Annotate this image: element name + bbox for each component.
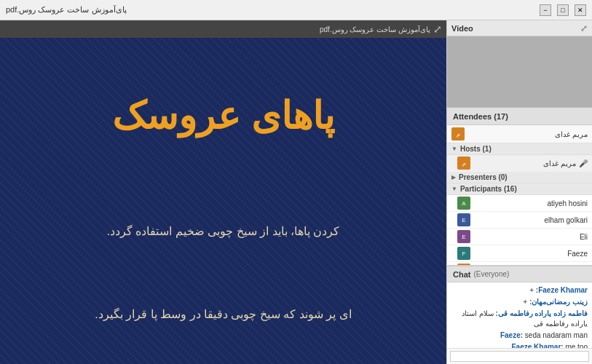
right-panel: Video ⤢ Attendees (17) م مریم غدای ▼ Hos…	[446, 20, 592, 364]
pinned-attendee: م مریم غدای	[447, 125, 592, 143]
participant-name: Eli	[473, 233, 588, 241]
participants-list: A atiyeh hosini E elham golkari E Eli F …	[447, 195, 592, 265]
chat-message: Faeze: seda nadaram man	[451, 331, 588, 341]
chat-section: Chat (Everyone) Faeze Khamar: + زینب رمض…	[447, 266, 592, 364]
participants-group-header[interactable]: ▼ Participants (16)	[447, 183, 592, 195]
chat-text: seda nadaram man	[525, 331, 588, 339]
chat-text: +	[523, 298, 527, 306]
host-avatar: م	[457, 157, 470, 170]
presenters-arrow-icon: ▶	[451, 174, 456, 181]
chat-label: Chat	[453, 270, 470, 279]
chat-text: +	[529, 286, 534, 294]
chat-text: me too	[565, 343, 588, 348]
video-label: Video	[451, 24, 473, 33]
pdf-text-line2: ای پر شوند که سیخ چوبی دقیقا در وسط پا ق…	[95, 307, 351, 321]
chat-message: فاطمه زاده یاراده رفاطمه قی: سلام استاد …	[451, 309, 588, 329]
participants-label: Participants (16)	[460, 185, 517, 193]
hosts-arrow-icon: ▼	[451, 146, 457, 152]
window-controls: − □ ✕	[540, 4, 586, 16]
participant-item: A atiyeh hosini	[447, 195, 592, 212]
hosts-label: Hosts (1)	[460, 145, 492, 153]
pdf-panel: پای‌آموزش ساخت عروسک روس.pdf ⤢ پاهای عرو…	[0, 20, 446, 364]
participant-name: Faeze	[473, 250, 588, 258]
pdf-expand-button[interactable]: ⤢	[433, 23, 442, 35]
pdf-content: پاهای عروسک کردن پاها، باید از سیخ چوبی …	[0, 38, 446, 364]
pinned-avatar: م	[451, 127, 465, 141]
presenters-label: Presenters (0)	[459, 173, 508, 181]
pdf-text-line1: کردن پاها، باید از سیخ چوبی ضخیم استفاده…	[106, 224, 339, 238]
window-title: پای‌آموزش ساخت عروسک روس.pdf	[6, 5, 127, 15]
chat-sender: Faeze Khamar:	[512, 343, 564, 348]
video-toolbar: Video ⤢	[447, 20, 592, 36]
attendees-section: Attendees (17) م مریم غدای ▼ Hosts (1) م…	[447, 108, 592, 266]
chat-sender: فاطمه زاده یاراده رفاطمه قی:	[496, 309, 588, 317]
maximize-button[interactable]: □	[557, 4, 569, 16]
participant-avatar: A	[457, 197, 470, 210]
chat-input-area	[447, 348, 592, 364]
chat-message: Faeze Khamar: +	[451, 285, 588, 296]
chat-header: Chat (Everyone)	[447, 266, 592, 282]
participant-item: F Faeze Khamar	[447, 262, 592, 265]
pdf-toolbar: پای‌آموزش ساخت عروسک روس.pdf ⤢	[0, 20, 446, 38]
participant-item: E elham golkari	[447, 212, 592, 229]
participants-arrow-icon: ▼	[451, 186, 457, 192]
close-button[interactable]: ✕	[575, 4, 586, 16]
attendees-header: Attendees (17)	[447, 108, 592, 125]
host-item-maryam: م مریم غدای 🎤	[447, 155, 592, 172]
video-section: Video ⤢	[447, 20, 592, 108]
chat-message: زینب رمضانی‌مهان: +	[451, 297, 588, 307]
chat-messages: Faeze Khamar: + زینب رمضانی‌مهان: + فاطم…	[447, 282, 592, 348]
main-container: پای‌آموزش ساخت عروسک روس.pdf ⤢ پاهای عرو…	[0, 20, 592, 364]
video-expand-icon[interactable]: ⤢	[580, 23, 588, 33]
chat-sender: زینب رمضانی‌مهان:	[529, 298, 588, 306]
video-area	[447, 36, 592, 107]
presenters-group-header[interactable]: ▶ Presenters (0)	[447, 172, 592, 183]
pdf-title: پای‌آموزش ساخت عروسک روس.pdf	[4, 25, 430, 33]
mic-icon: 🎤	[579, 159, 588, 167]
hosts-group-header[interactable]: ▼ Hosts (1)	[447, 143, 592, 155]
pinned-attendee-name: مریم غدای	[467, 130, 588, 138]
participant-avatar: E	[457, 213, 470, 226]
chat-input[interactable]	[450, 351, 589, 362]
chat-scope: (Everyone)	[473, 270, 509, 278]
participant-avatar: E	[457, 230, 470, 243]
host-name: مریم غدای	[473, 159, 576, 167]
participant-avatar: F	[457, 264, 470, 265]
title-bar: پای‌آموزش ساخت عروسک روس.pdf − □ ✕	[0, 0, 592, 20]
attendees-title: Attendees (17)	[453, 112, 508, 121]
minimize-button[interactable]: −	[540, 4, 551, 16]
chat-message: Faeze Khamar: me too	[451, 342, 588, 348]
participant-item: E Eli	[447, 229, 592, 245]
participant-name: atiyeh hosini	[473, 199, 588, 207]
participant-name: elham golkari	[473, 216, 588, 224]
pdf-main-title: پاهای عروسک	[112, 95, 334, 137]
chat-sender: Faeze Khamar:	[536, 286, 588, 294]
chat-sender: Faeze:	[500, 331, 523, 339]
participant-item: F Faeze	[447, 245, 592, 262]
participant-avatar: F	[457, 247, 470, 260]
